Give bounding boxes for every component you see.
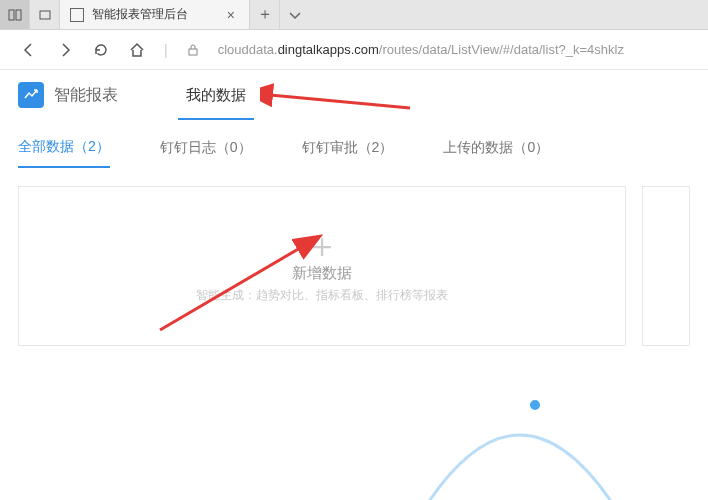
add-data-subtitle: 智能生成：趋势对比、指标看板、排行榜等报表 (196, 287, 448, 304)
back-button[interactable] (20, 41, 38, 59)
nav-my-data-label: 我的数据 (186, 86, 246, 105)
tab-approval-label: 钉钉审批（2） (302, 139, 394, 155)
tab-all-data[interactable]: 全部数据（2） (18, 138, 110, 168)
data-tabs: 全部数据（2） 钉钉日志（0） 钉钉审批（2） 上传的数据（0） (0, 120, 708, 176)
forward-button[interactable] (56, 41, 74, 59)
next-card-peek[interactable] (642, 186, 690, 346)
plus-icon: ＋ (305, 228, 339, 262)
url-prefix: clouddata. (218, 42, 278, 57)
tab-dingtalk-log[interactable]: 钉钉日志（0） (160, 139, 252, 167)
tab-close-button[interactable]: × (223, 7, 239, 23)
app-logo (18, 82, 44, 108)
home-button[interactable] (128, 41, 146, 59)
tab-uploaded[interactable]: 上传的数据（0） (443, 139, 549, 167)
svg-rect-1 (16, 10, 21, 20)
tab-dinglog-label: 钉钉日志（0） (160, 139, 252, 155)
app-title: 智能报表 (54, 85, 118, 106)
svg-rect-0 (9, 10, 14, 20)
nav-my-data[interactable]: 我的数据 (178, 70, 254, 120)
svg-rect-2 (40, 11, 50, 19)
refresh-button[interactable] (92, 41, 110, 59)
tab-all-label: 全部数据（2） (18, 138, 110, 154)
tab-actions-button[interactable] (280, 0, 310, 29)
browser-tab[interactable]: 智能报表管理后台 × (60, 0, 250, 29)
new-tab-button[interactable]: ＋ (250, 0, 280, 29)
tab-uploaded-label: 上传的数据（0） (443, 139, 549, 155)
decorative-curve (380, 395, 660, 500)
add-data-title: 新增数据 (292, 264, 352, 283)
svg-rect-3 (189, 49, 197, 55)
tab-title: 智能报表管理后台 (92, 6, 215, 23)
add-data-card[interactable]: ＋ 新增数据 智能生成：趋势对比、指标看板、排行榜等报表 (18, 186, 626, 346)
address-url[interactable]: clouddata.dingtalkapps.com/routes/data/L… (218, 42, 624, 57)
tab-dingtalk-approval[interactable]: 钉钉审批（2） (302, 139, 394, 167)
url-host: dingtalkapps.com (278, 42, 379, 57)
tab-favicon (70, 8, 84, 22)
app-header: 智能报表 我的数据 (0, 70, 708, 120)
cards-row: ＋ 新增数据 智能生成：趋势对比、指标看板、排行榜等报表 (0, 176, 708, 346)
url-path: /routes/data/ListView/#/data/list?_k=4sh… (379, 42, 624, 57)
svg-point-8 (529, 399, 541, 411)
sidebar-toggle-button[interactable] (0, 0, 30, 29)
window-button[interactable] (30, 0, 60, 29)
browser-titlebar: 智能报表管理后台 × ＋ (0, 0, 708, 30)
lock-icon (186, 43, 200, 57)
browser-address-bar: | clouddata.dingtalkapps.com/routes/data… (0, 30, 708, 70)
